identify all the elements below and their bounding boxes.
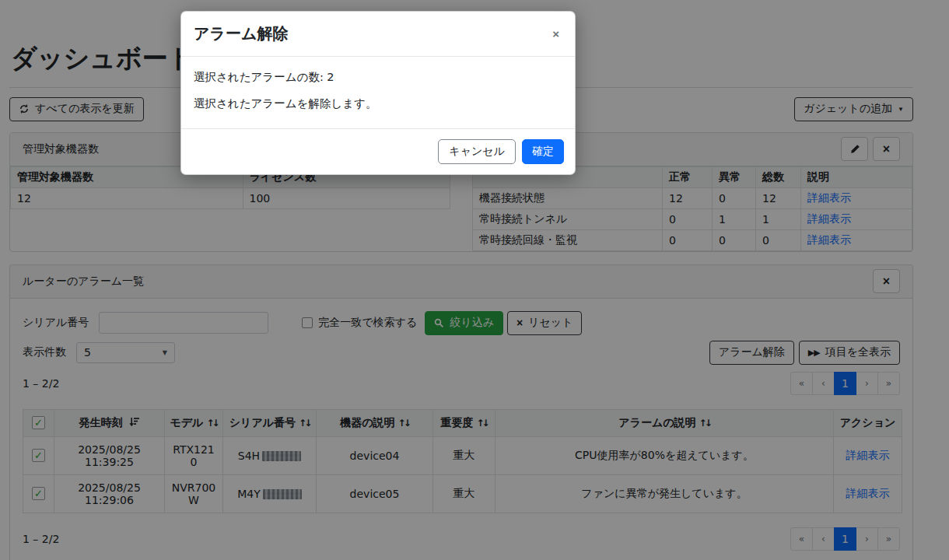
confirm-button[interactable]: 確定 <box>522 139 564 164</box>
confirm-message-text: 選択されたアラームを解除します。 <box>194 96 562 111</box>
modal-close-button[interactable]: × <box>549 28 562 40</box>
modal-footer: キャンセル 確定 <box>181 128 575 174</box>
modal-header: アラーム解除 × <box>181 12 575 57</box>
modal-body: 選択されたアラームの数: 2 選択されたアラームを解除します。 <box>181 57 575 128</box>
clear-alarm-modal: アラーム解除 × 選択されたアラームの数: 2 選択されたアラームを解除します。… <box>180 11 576 175</box>
modal-title: アラーム解除 <box>194 23 288 44</box>
cancel-button[interactable]: キャンセル <box>438 139 516 164</box>
selected-alarm-count-text: 選択されたアラームの数: 2 <box>194 70 562 85</box>
close-icon: × <box>552 27 559 40</box>
